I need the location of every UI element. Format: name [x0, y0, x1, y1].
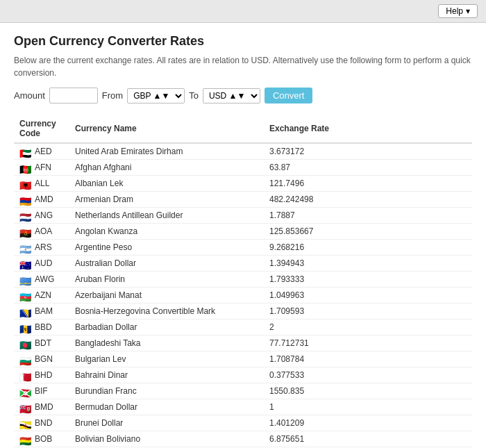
cell-currency-name: Albanian Lek [69, 176, 264, 192]
flag-icon: 🇧🇩 [19, 340, 32, 348]
cell-exchange-rate: 1 [264, 399, 472, 415]
cell-currency-code: 🇧🇮BIF [14, 383, 69, 399]
cell-exchange-rate: 1550.835 [264, 383, 472, 399]
cell-currency-name: Barbadian Dollar [69, 320, 264, 335]
cell-currency-code: 🇦🇪AED [14, 143, 69, 160]
help-arrow: ▾ [466, 6, 470, 16]
cell-currency-code: 🇳🇱ANG [14, 208, 69, 224]
table-row: 🇧🇴BOBBolivian Boliviano6.875651 [14, 431, 472, 447]
flag-icon: 🇦🇿 [19, 292, 32, 300]
table-body: 🇦🇪AEDUnited Arab Emirates Dirham3.673172… [14, 143, 472, 448]
cell-currency-code: 🇦🇷ARS [14, 240, 69, 256]
main-content: Open Currency Converter Rates Below are … [0, 23, 486, 448]
exchange-rate-table: Currency Code Currency Name Exchange Rat… [14, 115, 472, 448]
header-exchange-rate: Exchange Rate [264, 115, 472, 143]
cell-currency-name: Bahraini Dinar [69, 367, 264, 383]
header-currency-code: Currency Code [14, 115, 69, 143]
cell-exchange-rate: 482.242498 [264, 192, 472, 208]
flag-icon: 🇧🇦 [19, 308, 32, 316]
cell-exchange-rate: 1.7887 [264, 208, 472, 224]
currency-code: AUD [35, 258, 52, 268]
currency-code: ALL [35, 179, 49, 188]
cell-exchange-rate: 6.875651 [264, 431, 472, 447]
flag-icon: 🇦🇼 [19, 276, 32, 284]
cell-currency-code: 🇦🇺AUD [14, 256, 69, 272]
amount-label: Amount [14, 90, 45, 101]
flag-icon: 🇦🇪 [19, 148, 32, 156]
flag-icon: 🇦🇺 [19, 260, 32, 268]
flag-icon: 🇧🇮 [19, 388, 32, 396]
cell-currency-name: Bermudan Dollar [69, 399, 264, 415]
currency-code: AFN [35, 163, 51, 172]
currency-code: AZN [35, 290, 51, 300]
currency-code: BDT [35, 338, 51, 348]
flag-icon: 🇧🇭 [19, 372, 32, 380]
help-label: Help [446, 6, 463, 16]
table-row: 🇧🇳BNDBrunei Dollar1.401209 [14, 415, 472, 431]
cell-currency-name: United Arab Emirates Dirham [69, 143, 264, 160]
currency-code: BAM [35, 306, 53, 316]
cell-currency-name: Bolivian Boliviano [69, 431, 264, 447]
cell-currency-code: 🇦🇱ALL [14, 176, 69, 192]
cell-currency-code: 🇧🇬BGN [14, 351, 69, 367]
cell-currency-name: Argentine Peso [69, 240, 264, 256]
table-row: 🇦🇫AFNAfghan Afghani63.87 [14, 160, 472, 176]
cell-exchange-rate: 1.049963 [264, 288, 472, 304]
cell-currency-code: 🇦🇲AMD [14, 192, 69, 208]
table-row: 🇦🇱ALLAlbanian Lek121.7496 [14, 176, 472, 192]
table-row: 🇧🇬BGNBulgarian Lev1.708784 [14, 351, 472, 367]
converter-form: Amount From GBP ▲▼ USD EUR To USD ▲▼ GBP… [14, 88, 472, 103]
currency-code: AOA [35, 226, 52, 236]
table-row: 🇦🇲AMDArmenian Dram482.242498 [14, 192, 472, 208]
page-description: Below are the current exchange rates. Al… [14, 54, 472, 79]
cell-currency-code: 🇧🇳BND [14, 415, 69, 431]
flag-icon: 🇧🇬 [19, 356, 32, 364]
cell-currency-name: Brunei Dollar [69, 415, 264, 431]
table-row: 🇧🇧BBDBarbadian Dollar2 [14, 320, 472, 335]
cell-exchange-rate: 1.709593 [264, 304, 472, 320]
table-row: 🇧🇮BIFBurundian Franc1550.835 [14, 383, 472, 399]
cell-currency-code: 🇧🇦BAM [14, 304, 69, 320]
table-row: 🇦🇿AZNAzerbaijani Manat1.049963 [14, 288, 472, 304]
from-currency-select[interactable]: GBP ▲▼ USD EUR [127, 88, 185, 103]
table-row: 🇧🇭BHDBahraini Dinar0.377533 [14, 367, 472, 383]
cell-currency-code: 🇧🇴BOB [14, 431, 69, 447]
currency-code: BGN [35, 354, 53, 364]
flag-icon: 🇦🇲 [19, 196, 32, 204]
from-label: From [102, 90, 123, 101]
cell-exchange-rate: 0.377533 [264, 367, 472, 383]
help-button[interactable]: Help ▾ [438, 4, 478, 18]
page-title: Open Currency Converter Rates [14, 34, 472, 49]
table-row: 🇦🇷ARSArgentine Peso9.268216 [14, 240, 472, 256]
to-currency-select[interactable]: USD ▲▼ GBP EUR [203, 88, 260, 103]
cell-exchange-rate: 1.394943 [264, 256, 472, 272]
cell-exchange-rate: 121.7496 [264, 176, 472, 192]
table-row: 🇧🇩BDTBangladeshi Taka77.712731 [14, 335, 472, 351]
currency-code: ANG [35, 210, 53, 220]
flag-icon: 🇧🇳 [19, 420, 32, 428]
currency-code: BBD [35, 322, 52, 332]
cell-exchange-rate: 1.793333 [264, 272, 472, 288]
cell-currency-name: Australian Dollar [69, 256, 264, 272]
cell-currency-name: Aruban Florin [69, 272, 264, 288]
table-row: 🇦🇺AUDAustralian Dollar1.394943 [14, 256, 472, 272]
currency-code: BMD [35, 402, 53, 412]
cell-currency-name: Armenian Dram [69, 192, 264, 208]
currency-code: BHD [35, 370, 52, 380]
cell-exchange-rate: 63.87 [264, 160, 472, 176]
flag-icon: 🇧🇧 [19, 324, 32, 332]
cell-currency-name: Bosnia-Herzegovina Convertible Mark [69, 304, 264, 320]
table-row: 🇦🇼AWGAruban Florin1.793333 [14, 272, 472, 288]
amount-input[interactable] [49, 88, 98, 103]
cell-exchange-rate: 9.268216 [264, 240, 472, 256]
convert-button[interactable]: Convert [265, 88, 313, 103]
currency-code: BND [35, 418, 52, 428]
flag-icon: 🇦🇫 [19, 164, 32, 172]
flag-icon: 🇦🇱 [19, 180, 32, 188]
cell-currency-code: 🇦🇿AZN [14, 288, 69, 304]
flag-icon: 🇳🇱 [19, 212, 32, 220]
cell-exchange-rate: 1.708784 [264, 351, 472, 367]
table-row: 🇧🇲BMDBermudan Dollar1 [14, 399, 472, 415]
cell-exchange-rate: 2 [264, 320, 472, 335]
cell-currency-code: 🇧🇩BDT [14, 335, 69, 351]
